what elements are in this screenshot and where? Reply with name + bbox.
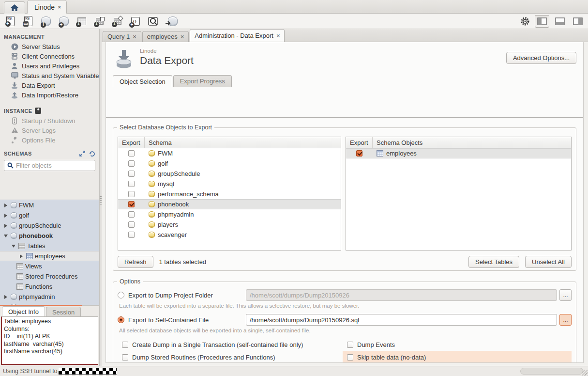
toggle-right-sidebar-button[interactable] xyxy=(571,15,585,28)
expander-icon[interactable] xyxy=(3,214,9,218)
tree-item-table-employees[interactable]: employees xyxy=(0,251,99,261)
preferences-gear-icon[interactable] xyxy=(519,15,531,28)
connection-tab[interactable]: Linode × xyxy=(27,0,67,14)
export-checkbox[interactable] xyxy=(128,160,135,167)
open-sql-script-icon[interactable]: SQL▭ xyxy=(22,15,34,28)
dump-stored-routines-checkbox[interactable] xyxy=(122,354,128,360)
tree-item-functions-folder[interactable]: Functions xyxy=(0,282,99,292)
create-function-icon[interactable]: { } + xyxy=(129,15,142,28)
export-checkbox[interactable] xyxy=(128,221,135,228)
home-tab[interactable] xyxy=(4,1,25,14)
dump-stored-routines-option[interactable]: Dump Stored Routines (Procedures and Fun… xyxy=(118,354,343,361)
sidebar-item-server-status[interactable]: Server Status xyxy=(0,42,99,51)
advanced-options-button[interactable]: Advanced Options... xyxy=(506,52,576,64)
single-transaction-option[interactable]: Create Dump in a Single Transaction (sel… xyxy=(118,341,343,348)
schema-row-selected[interactable]: phonebook xyxy=(118,199,341,209)
expander-icon[interactable] xyxy=(3,295,9,299)
export-checkbox[interactable] xyxy=(128,211,135,218)
export-checkbox[interactable] xyxy=(128,171,135,177)
schema-row[interactable]: scavenger xyxy=(118,230,341,240)
dump-folder-label[interactable]: Export to Dump Project Folder xyxy=(128,292,246,299)
self-contained-browse-button[interactable]: ... xyxy=(559,314,572,326)
tab-object-selection[interactable]: Object Selection xyxy=(113,75,172,87)
schema-row[interactable]: golf xyxy=(118,158,341,169)
sidebar-item-status-system-variables[interactable]: Status and System Variables xyxy=(0,71,99,80)
schema-row[interactable]: performance_schema xyxy=(118,189,341,199)
export-checkbox[interactable] xyxy=(128,191,135,197)
tree-item-schema-phonebook[interactable]: phonebook xyxy=(0,231,99,241)
skip-table-data-checkbox[interactable] xyxy=(347,354,353,360)
create-stored-procedure-icon[interactable]: + xyxy=(111,15,124,28)
tab-object-info[interactable]: Object Info xyxy=(2,306,45,317)
sidebar-item-server-logs[interactable]: Server Logs xyxy=(0,125,99,135)
tab-employees[interactable]: employees × xyxy=(142,31,189,42)
export-checkbox-checked[interactable] xyxy=(356,150,362,157)
dump-folder-radio[interactable] xyxy=(118,292,124,298)
export-checkbox[interactable] xyxy=(128,181,135,187)
close-icon[interactable]: × xyxy=(133,33,136,40)
sidebar-item-users-privileges[interactable]: Users and Privileges xyxy=(0,61,99,71)
export-checkbox[interactable] xyxy=(128,150,135,157)
sidebar-item-options-file[interactable]: Options File xyxy=(0,135,99,145)
select-tables-button[interactable]: Select Tables xyxy=(468,256,519,268)
expander-icon[interactable] xyxy=(18,254,24,258)
close-icon[interactable]: × xyxy=(276,32,280,39)
new-sql-editor-icon[interactable]: SQL+ xyxy=(4,15,16,28)
create-schema-icon[interactable]: i xyxy=(40,15,52,28)
tab-export-progress[interactable]: Export Progress xyxy=(173,75,232,87)
sidebar-item-startup-shutdown[interactable]: Startup / Shutdown xyxy=(0,116,99,125)
tab-session[interactable]: Session xyxy=(46,307,81,317)
window-resize-grip[interactable] xyxy=(582,370,588,376)
object-row-selected[interactable]: employees xyxy=(346,148,571,158)
skip-table-data-option[interactable]: Skip table data (no-data) xyxy=(343,351,572,363)
expander-icon[interactable] xyxy=(3,224,9,228)
connection-tab-close-icon[interactable]: × xyxy=(58,3,61,11)
search-objects-icon[interactable] xyxy=(147,15,160,28)
self-contained-hint: All selected database objects will be ex… xyxy=(119,328,572,333)
single-transaction-checkbox[interactable] xyxy=(122,342,128,348)
toggle-left-sidebar-button[interactable] xyxy=(535,15,549,28)
self-contained-radio-checked[interactable] xyxy=(118,316,124,323)
statusbar-scroll-pill[interactable] xyxy=(520,368,583,375)
toggle-bottom-panel-button[interactable] xyxy=(553,15,567,28)
tree-item-views-folder[interactable]: Views xyxy=(0,261,99,271)
schema-filter-input[interactable] xyxy=(16,162,99,169)
schema-export-table: Export Schema FWM golf xyxy=(118,137,341,251)
self-contained-path-input[interactable] xyxy=(246,314,557,326)
close-icon[interactable]: × xyxy=(181,33,184,40)
reconnect-database-icon[interactable] xyxy=(165,15,178,28)
schema-row[interactable]: groupSchedule xyxy=(118,169,341,179)
tree-item-schema[interactable]: groupSchedule xyxy=(0,220,99,231)
create-view-icon[interactable]: + xyxy=(93,15,106,28)
expander-icon[interactable] xyxy=(3,204,9,207)
dump-folder-path-input[interactable] xyxy=(246,289,557,301)
tree-item-tables-folder[interactable]: Tables xyxy=(0,241,99,251)
dump-folder-browse-button[interactable]: ... xyxy=(559,289,572,301)
tree-item-schema[interactable]: phpmyadmin xyxy=(0,292,99,302)
tree-item-schema[interactable]: golf xyxy=(0,210,99,220)
tab-query-1[interactable]: Query 1 × xyxy=(103,31,141,42)
add-database-icon[interactable]: + xyxy=(58,15,70,28)
schema-row[interactable]: phpmyadmin xyxy=(118,209,341,219)
export-checkbox[interactable] xyxy=(128,232,135,238)
self-contained-label[interactable]: Export to Self-Contained File xyxy=(128,316,246,324)
tab-administration-data-export[interactable]: Administration - Data Export × xyxy=(190,29,285,42)
sidebar-item-client-connections[interactable]: Client Connections xyxy=(0,51,99,61)
expand-schemas-icon[interactable] xyxy=(79,151,85,157)
schema-row[interactable]: players xyxy=(118,219,341,230)
sidebar-item-data-export[interactable]: Data Export xyxy=(0,80,99,90)
refresh-schemas-icon[interactable] xyxy=(89,151,95,157)
expander-icon[interactable] xyxy=(3,235,9,237)
dump-events-checkbox[interactable] xyxy=(347,342,353,348)
tree-item-stored-procedures-folder[interactable]: Stored Procedures xyxy=(0,271,99,282)
create-table-icon[interactable]: + xyxy=(75,15,88,28)
dump-events-option[interactable]: Dump Events xyxy=(343,338,572,351)
sidebar-item-data-import[interactable]: Data Import/Restore xyxy=(0,90,99,100)
export-checkbox-checked[interactable] xyxy=(128,201,135,207)
refresh-button[interactable]: Refresh xyxy=(118,256,153,268)
schema-row[interactable]: FWM xyxy=(118,148,341,158)
tree-item-schema[interactable]: FWM xyxy=(0,200,99,210)
unselect-all-button[interactable]: Unselect All xyxy=(525,256,572,268)
expander-icon[interactable] xyxy=(11,245,16,248)
schema-row[interactable]: mysql xyxy=(118,179,341,189)
